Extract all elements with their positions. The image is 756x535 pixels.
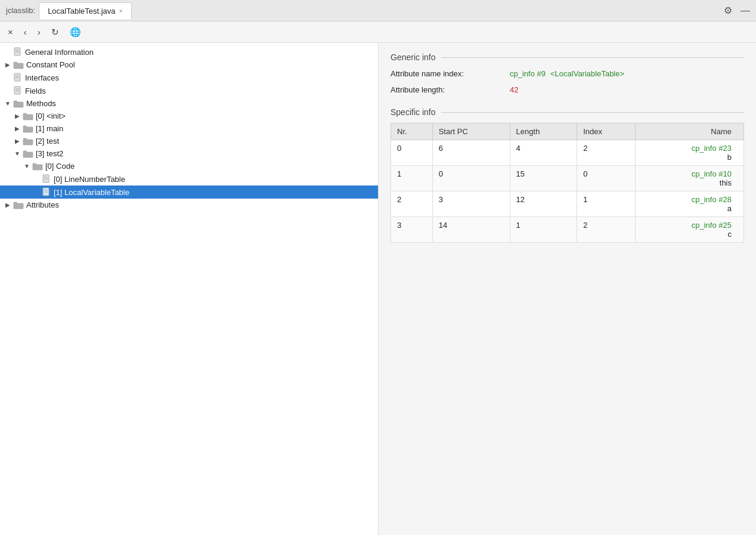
tab-close-icon[interactable]: × bbox=[119, 7, 123, 14]
tree-item-constant-pool[interactable]: ▶ Constant Pool bbox=[0, 58, 378, 71]
expand-placeholder bbox=[32, 175, 41, 183]
doc-icon bbox=[42, 174, 51, 184]
expand-btn-main[interactable]: ▶ bbox=[13, 125, 21, 133]
attr-length-row: Attribute length: 42 bbox=[391, 84, 744, 95]
main-layout: General Information ▶ Constant Pool Inte… bbox=[0, 43, 756, 535]
cell-name: cp_info #23 b bbox=[635, 140, 743, 166]
tree-item-method-main[interactable]: ▶ [1] main bbox=[0, 122, 378, 135]
name-text: a bbox=[727, 204, 732, 213]
table-header-row: Nr. Start PC Length Index Name bbox=[391, 123, 744, 140]
cell-name: cp_info #28 a bbox=[635, 191, 743, 217]
expand-placeholder bbox=[4, 73, 12, 82]
col-start-pc: Start PC bbox=[432, 123, 510, 140]
expand-btn-methods[interactable]: ▼ bbox=[4, 100, 12, 108]
tree-label: Fields bbox=[25, 86, 46, 95]
forward-button[interactable]: › bbox=[35, 26, 44, 38]
tree-item-general-info[interactable]: General Information bbox=[0, 45, 378, 58]
folder-icon bbox=[23, 137, 33, 146]
minimize-icon[interactable]: — bbox=[740, 5, 750, 16]
cell-start-pc: 14 bbox=[432, 217, 510, 243]
tree-item-linenumber-table[interactable]: [0] LineNumberTable bbox=[0, 172, 378, 185]
local-variable-table: Nr. Start PC Length Index Name 0 6 4 2 c… bbox=[391, 123, 744, 243]
name-link[interactable]: cp_info #25 bbox=[692, 221, 732, 230]
cell-start-pc: 3 bbox=[432, 191, 510, 217]
specific-info-title: Specific info bbox=[391, 107, 744, 117]
refresh-button[interactable]: ↻ bbox=[48, 26, 62, 39]
tree-label: [2] test bbox=[36, 137, 59, 146]
back-button[interactable]: ‹ bbox=[21, 26, 30, 38]
tree-item-method-test2[interactable]: ▼ [3] test2 bbox=[0, 147, 378, 160]
tree-label: Constant Pool bbox=[26, 60, 75, 69]
name-link[interactable]: cp_info #23 bbox=[692, 144, 732, 153]
expand-btn-code[interactable]: ▼ bbox=[23, 162, 31, 171]
globe-button[interactable]: 🌐 bbox=[67, 26, 84, 39]
cell-index: 0 bbox=[577, 166, 636, 191]
attr-length-value: 42 bbox=[510, 85, 518, 94]
attr-name-index-value: <LocalVariableTable> bbox=[550, 69, 624, 78]
expand-btn-attributes[interactable]: ▶ bbox=[4, 201, 12, 209]
cell-nr: 2 bbox=[391, 191, 433, 217]
folder-icon bbox=[13, 201, 24, 209]
doc-icon bbox=[13, 73, 23, 82]
expand-btn-constant-pool[interactable]: ▶ bbox=[4, 61, 12, 69]
cell-length: 4 bbox=[510, 140, 577, 166]
col-nr: Nr. bbox=[391, 123, 433, 140]
tree-item-interfaces[interactable]: Interfaces bbox=[0, 71, 378, 84]
folder-icon bbox=[23, 150, 33, 158]
tree-item-localvariable-table[interactable]: [1] LocalVariableTable bbox=[0, 185, 378, 199]
doc-icon bbox=[13, 86, 23, 95]
titlebar-left: jclasslib: LocalTableTest.java × bbox=[6, 2, 132, 19]
col-length: Length bbox=[510, 123, 577, 140]
tab-localTableTest[interactable]: LocalTableTest.java × bbox=[39, 2, 132, 19]
gear-icon[interactable]: ⚙ bbox=[724, 5, 732, 16]
expand-btn-test[interactable]: ▶ bbox=[13, 137, 21, 146]
table-row: 0 6 4 2 cp_info #23 b bbox=[391, 140, 744, 166]
expand-placeholder bbox=[4, 86, 12, 95]
doc-icon bbox=[42, 187, 51, 197]
cell-index: 1 bbox=[577, 191, 636, 217]
tree-item-attributes[interactable]: ▶ Attributes bbox=[0, 199, 378, 211]
cell-nr: 0 bbox=[391, 140, 433, 166]
app-name: jclasslib: bbox=[6, 6, 35, 15]
tree-label: Methods bbox=[26, 99, 56, 108]
name-text: this bbox=[720, 178, 732, 187]
table-row: 3 14 1 2 cp_info #25 c bbox=[391, 217, 744, 243]
cell-nr: 3 bbox=[391, 217, 433, 243]
folder-icon bbox=[23, 125, 33, 133]
expand-btn-init[interactable]: ▶ bbox=[13, 112, 21, 120]
titlebar-right: ⚙ — bbox=[724, 5, 750, 16]
tree-label: [0] LineNumberTable bbox=[54, 175, 125, 184]
generic-info-title: Generic info bbox=[391, 52, 744, 62]
toolbar: × ‹ › ↻ 🌐 bbox=[0, 21, 756, 43]
expand-btn-test2[interactable]: ▼ bbox=[13, 150, 21, 158]
tree-label: [3] test2 bbox=[36, 149, 63, 158]
col-index: Index bbox=[577, 123, 636, 140]
tree-label: Attributes bbox=[26, 200, 59, 209]
tree-label: [1] LocalVariableTable bbox=[54, 188, 129, 197]
doc-icon bbox=[13, 47, 23, 57]
close-button[interactable]: × bbox=[5, 26, 16, 38]
tree-item-fields[interactable]: Fields bbox=[0, 84, 378, 97]
cell-name: cp_info #10 this bbox=[635, 166, 743, 191]
name-link[interactable]: cp_info #10 bbox=[692, 169, 732, 178]
attr-length-label: Attribute length: bbox=[391, 85, 510, 94]
tree-item-methods[interactable]: ▼ Methods bbox=[0, 97, 378, 110]
attr-name-index-link[interactable]: cp_info #9 bbox=[510, 69, 546, 78]
tree-item-code[interactable]: ▼ [0] Code bbox=[0, 160, 378, 172]
table-row: 2 3 12 1 cp_info #28 a bbox=[391, 191, 744, 217]
cell-index: 2 bbox=[577, 140, 636, 166]
cell-index: 2 bbox=[577, 217, 636, 243]
folder-icon bbox=[32, 162, 43, 171]
tree-item-method-init[interactable]: ▶ [0] <init> bbox=[0, 110, 378, 122]
tree-panel: General Information ▶ Constant Pool Inte… bbox=[0, 43, 379, 535]
cell-length: 12 bbox=[510, 191, 577, 217]
tree-label: [1] main bbox=[36, 124, 63, 133]
cell-start-pc: 6 bbox=[432, 140, 510, 166]
tree-label: [0] Code bbox=[45, 162, 75, 171]
name-text: c bbox=[728, 230, 732, 239]
tree-item-method-test[interactable]: ▶ [2] test bbox=[0, 135, 378, 147]
right-panel: Generic info Attribute name index: cp_in… bbox=[379, 43, 756, 535]
col-name: Name bbox=[635, 123, 743, 140]
folder-icon bbox=[23, 112, 33, 120]
name-link[interactable]: cp_info #28 bbox=[692, 195, 732, 204]
